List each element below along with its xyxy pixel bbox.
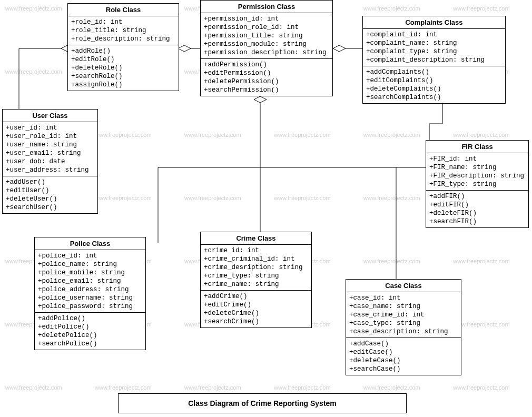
class-user: User Class +user_id: int+user_role_id: i… — [2, 109, 98, 214]
member-line: +complaint_description: string — [366, 56, 502, 64]
member-line: +addPermission() — [204, 61, 329, 69]
member-line: +police_password: string — [38, 302, 142, 311]
member-line: +user_email: string — [6, 149, 94, 157]
member-line: +crime_name: string — [204, 280, 308, 289]
member-line: +permission_title: string — [204, 32, 329, 40]
member-line: +addPolice() — [38, 314, 142, 323]
class-crime: Crime Class +crime_id: int+crime_crimina… — [200, 232, 312, 328]
class-title: Police Class — [35, 237, 145, 250]
attributes: +user_id: int+user_role_id: int+user_nam… — [3, 122, 97, 176]
member-line: +police_id: int — [38, 252, 142, 260]
member-line: +user_id: int — [6, 124, 94, 132]
diagram-title: Class Diagram of Crime Reporting System — [118, 393, 407, 413]
member-line: +FIR_name: string — [429, 163, 525, 172]
class-title: Permission Class — [201, 1, 332, 13]
member-line: +addUser() — [6, 178, 94, 186]
class-title: Case Class — [346, 280, 461, 292]
member-line: +editRole() — [71, 55, 175, 64]
member-line: +searchCrime() — [204, 317, 308, 326]
member-line: +searchRole() — [71, 72, 175, 81]
member-line: +police_address: string — [38, 285, 142, 294]
member-line: +crime_id: int — [204, 246, 308, 255]
member-line: +deleteUser() — [6, 195, 94, 203]
member-line: +addCrime() — [204, 292, 308, 301]
methods: +addCrime()+editCrime()+deleteCrime()+se… — [201, 291, 311, 327]
member-line: +user_dob: date — [6, 157, 94, 166]
member-line: +role_description: string — [71, 35, 175, 43]
methods: +addPolice()+editPolice()+deletePolice()… — [35, 313, 145, 350]
member-line: +deleteRole() — [71, 64, 175, 72]
member-line: +searchCase() — [349, 365, 458, 373]
attributes: +role_id: int+role_title: string+role_de… — [68, 16, 179, 45]
methods: +addPermission()+editPermission()+delete… — [201, 59, 332, 96]
member-line: +deletePolice() — [38, 331, 142, 340]
class-case: Case Class +case_id: int+case_name: stri… — [346, 279, 461, 375]
member-line: +user_name: string — [6, 141, 94, 149]
member-line: +permission_description: string — [204, 48, 329, 57]
member-line: +crime_type: string — [204, 272, 308, 280]
member-line: +police_mobile: string — [38, 269, 142, 277]
attributes: +crime_id: int+crime_criminal_id: int+cr… — [201, 245, 311, 291]
member-line: +complaint_name: string — [366, 39, 502, 47]
class-role: Role Class +role_id: int+role_title: str… — [67, 3, 179, 91]
member-line: +addComplaints() — [366, 68, 502, 76]
member-line: +searchComplaints() — [366, 93, 502, 102]
class-permission: Permission Class +permission_id: int+per… — [200, 0, 333, 96]
member-line: +crime_desription: string — [204, 263, 308, 272]
member-line: +addFIR() — [429, 192, 525, 201]
member-line: +complaint_id: int — [366, 31, 502, 39]
member-line: +case_id: int — [349, 294, 458, 302]
member-line: +police_email: string — [38, 277, 142, 285]
member-line: +searchPermission() — [204, 86, 329, 94]
methods: +addUser()+editUser()+deleteUser()+searc… — [3, 176, 97, 213]
attributes: +complaint_id: int+complaint_name: strin… — [363, 29, 505, 66]
class-complaints: Complaints Class +complaint_id: int+comp… — [362, 16, 506, 104]
member-line: +case_description: string — [349, 327, 458, 336]
member-line: +role_id: int — [71, 18, 175, 26]
member-line: +editCase() — [349, 348, 458, 356]
class-title: Role Class — [68, 4, 179, 16]
methods: +addCase()+editCase()+deleteCase()+searc… — [346, 338, 461, 375]
member-line: +user_role_id: int — [6, 132, 94, 141]
member-line: +editCrime() — [204, 301, 308, 309]
class-police: Police Class +police_id: int+police_name… — [34, 237, 146, 350]
member-line: +editPolice() — [38, 323, 142, 331]
member-line: +editComplaints() — [366, 76, 502, 85]
member-line: +deleteFIR() — [429, 209, 525, 217]
member-line: +case_name: string — [349, 302, 458, 311]
member-line: +editUser() — [6, 186, 94, 195]
member-line: +deleteComplaints() — [366, 85, 502, 93]
attributes: +FIR_id: int+FIR_name: string+FIR_descri… — [426, 153, 528, 191]
member-line: +police_username: string — [38, 294, 142, 302]
attributes: +police_id: int+police_name: string+poli… — [35, 250, 145, 313]
member-line: +editPermission() — [204, 69, 329, 77]
methods: +addFIR()+editFIR()+deleteFIR()+searchFI… — [426, 191, 528, 227]
svg-marker-2 — [333, 45, 346, 52]
member-line: +role_title: string — [71, 26, 175, 35]
class-title: Crime Class — [201, 232, 311, 245]
methods: +addRole()+editRole()+deleteRole()+searc… — [68, 45, 179, 91]
member-line: +police_name: string — [38, 260, 142, 269]
member-line: +FIR_type: string — [429, 180, 525, 188]
member-line: +case_crime_id: int — [349, 311, 458, 319]
member-line: +FIR_id: int — [429, 155, 525, 163]
member-line: +FIR_description: string — [429, 172, 525, 180]
member-line: +permission_role_id: int — [204, 23, 329, 32]
member-line: +editFIR() — [429, 201, 525, 209]
member-line: +permission_module: string — [204, 40, 329, 48]
attributes: +permission_id: int+permission_role_id: … — [201, 13, 332, 59]
member-line: +case_type: string — [349, 319, 458, 327]
member-line: +searchUser() — [6, 203, 94, 212]
class-title: User Class — [3, 110, 97, 122]
member-line: +complaint_type: string — [366, 47, 502, 56]
member-line: +addRole() — [71, 47, 175, 55]
member-line: +searchPolice() — [38, 340, 142, 348]
member-line: +deletePermission() — [204, 77, 329, 86]
class-title: FIR Class — [426, 141, 528, 153]
svg-marker-1 — [178, 45, 191, 52]
member-line: +searchFIR() — [429, 217, 525, 226]
member-line: +deleteCase() — [349, 356, 458, 365]
svg-marker-3 — [254, 96, 267, 103]
class-fir: FIR Class +FIR_id: int+FIR_name: string+… — [426, 140, 529, 228]
attributes: +case_id: int+case_name: string+case_cri… — [346, 292, 461, 338]
